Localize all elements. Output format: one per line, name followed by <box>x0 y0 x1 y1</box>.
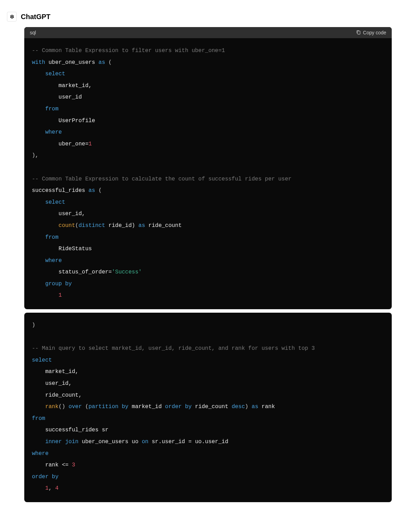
code-ident: status_of_order= <box>59 269 112 275</box>
code-ident: rank <box>262 404 275 410</box>
code-ident: ride_count <box>195 404 228 410</box>
code-keyword: inner join <box>45 439 78 445</box>
code-keyword: as <box>252 404 258 410</box>
code-number: 1 <box>88 141 92 147</box>
code-keyword: order by <box>32 474 59 480</box>
app-header: ✽ ChatGPT <box>0 10 416 26</box>
code-number: 1 <box>59 292 62 298</box>
code-func: rank <box>45 404 58 410</box>
code-comment: -- Common Table Expression to filter use… <box>32 48 225 54</box>
code-keyword: where <box>32 450 49 457</box>
code-comment: -- Common Table Expression to calculate … <box>32 176 292 182</box>
code-keyword: where <box>45 257 62 264</box>
code-ident: user_id <box>59 94 82 100</box>
code-ident: user_id, <box>59 211 85 217</box>
code-content-2[interactable]: ) -- Main query to select market_id, use… <box>24 313 392 502</box>
copy-code-label: Copy code <box>363 30 386 35</box>
code-ident: uber_one_users <box>49 59 95 66</box>
code-keyword: distinct <box>78 222 105 229</box>
code-op: ) <box>245 404 249 410</box>
code-keyword: select <box>45 71 65 77</box>
app-title: ChatGPT <box>21 13 51 21</box>
code-op: () <box>59 404 65 410</box>
code-number: 3 <box>72 462 75 468</box>
svg-rect-0 <box>358 31 360 34</box>
code-keyword: as <box>88 187 95 194</box>
code-ident: ride_id) <box>109 222 135 229</box>
code-ident: sr.user_id = uo.user_id <box>152 439 228 445</box>
code-keyword: desc <box>232 404 245 410</box>
code-ident: market_id, <box>45 369 78 375</box>
code-language-label: sql <box>30 30 36 35</box>
code-keyword: over <box>69 404 82 410</box>
code-ident: market_id, <box>59 83 92 89</box>
code-ident: ride_count <box>148 222 182 229</box>
code-op: , <box>49 485 55 491</box>
code-op: ( <box>98 187 102 194</box>
code-keyword: as <box>138 222 145 229</box>
code-op: ( <box>75 222 79 229</box>
code-string: 'Success' <box>112 269 141 275</box>
code-op: ( <box>85 404 89 410</box>
code-ident: market_id <box>132 404 162 410</box>
code-block-2: ) -- Main query to select market_id, use… <box>24 313 392 502</box>
code-keyword: select <box>32 357 52 363</box>
clipboard-icon <box>356 30 361 35</box>
code-comment: -- Main query to select market_id, user_… <box>32 345 315 352</box>
code-op: ) <box>32 322 35 328</box>
code-ident: RideStatus <box>59 246 92 252</box>
code-op: ( <box>109 59 112 66</box>
code-keyword: from <box>45 234 58 240</box>
code-keyword: where <box>45 129 62 135</box>
code-ident: uber_one_users uo <box>82 439 138 445</box>
code-func: count <box>59 222 75 229</box>
code-number: 4 <box>55 485 59 491</box>
copy-code-button[interactable]: Copy code <box>356 30 386 35</box>
code-op: ), <box>32 152 38 159</box>
code-number: 1 <box>45 485 49 491</box>
code-keyword: with <box>32 59 45 66</box>
code-ident: ride_count, <box>45 392 82 398</box>
code-ident: user_id, <box>45 380 72 387</box>
code-keyword: order by <box>165 404 192 410</box>
code-ident: successful_rides sr <box>45 427 108 433</box>
code-content-1[interactable]: -- Common Table Expression to filter use… <box>24 38 392 309</box>
code-keyword: on <box>142 439 148 445</box>
code-ident: successful_rides <box>32 187 85 194</box>
code-keyword: as <box>98 59 105 66</box>
code-ident: rank <= <box>45 462 72 468</box>
code-keyword: from <box>32 415 45 422</box>
code-ident: UserProfile <box>59 118 95 124</box>
code-keyword: group by <box>45 281 72 287</box>
code-keyword: partition by <box>88 404 128 410</box>
code-block-1: sql Copy code -- Common Table Expression… <box>24 27 392 309</box>
code-keyword: from <box>45 106 58 112</box>
code-keyword: select <box>45 199 65 205</box>
app-logo-icon: ✽ <box>7 12 17 22</box>
code-block-header: sql Copy code <box>24 27 392 38</box>
code-ident: uber_one= <box>59 141 88 147</box>
chat-content: sql Copy code -- Common Table Expression… <box>0 26 416 520</box>
